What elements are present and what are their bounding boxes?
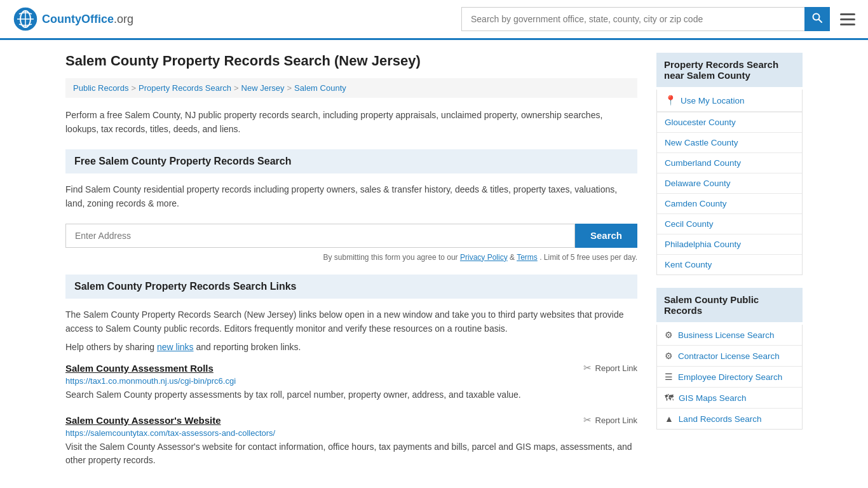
free-search-description: Find Salem County residential property r… xyxy=(65,182,637,211)
address-input[interactable] xyxy=(65,224,575,248)
location-dot-icon: 📍 xyxy=(665,95,677,106)
link-url-0[interactable]: https://tax1.co.monmouth.nj.us/cgi-bin/p… xyxy=(65,376,637,386)
link-desc-0: Search Salem County property assessments… xyxy=(65,388,637,402)
links-section-heading: Salem County Property Records Search Lin… xyxy=(65,274,637,299)
header-search-input[interactable] xyxy=(461,7,804,31)
header-search-button[interactable] xyxy=(804,7,830,31)
link-item-1: Salem County Assessor's Website ✂ Report… xyxy=(65,414,637,467)
site-header: CountyOffice.org xyxy=(0,0,868,40)
link-desc-1: Visit the Salem County Assessor's websit… xyxy=(65,440,637,467)
map-icon: 🗺 xyxy=(665,393,674,403)
breadcrumb: Public Records > Property Records Search… xyxy=(65,78,637,98)
page-description: Perform a free Salem County, NJ public p… xyxy=(65,108,637,137)
report-link-1[interactable]: ✂ Report Link xyxy=(583,414,637,426)
link-title-0[interactable]: Salem County Assessment Rolls xyxy=(65,363,214,374)
report-link-0[interactable]: ✂ Report Link xyxy=(583,362,637,374)
new-links-link[interactable]: new links xyxy=(157,342,194,352)
logo[interactable]: CountyOffice.org xyxy=(13,6,133,32)
breadcrumb-new-jersey[interactable]: New Jersey xyxy=(241,83,285,93)
sidebar-item-cumberland[interactable]: Cumberland County xyxy=(657,153,802,173)
breadcrumb-public-records[interactable]: Public Records xyxy=(73,83,128,93)
sidebar-item-delaware[interactable]: Delaware County xyxy=(657,173,802,194)
report-icon-1: ✂ xyxy=(583,414,592,426)
privacy-policy-link[interactable]: Privacy Policy xyxy=(460,253,508,262)
terms-link[interactable]: Terms xyxy=(517,253,538,262)
sidebar-nearby-section: Property Records Search near Salem Count… xyxy=(656,53,803,275)
sidebar-contractor-license[interactable]: ⚙ Contractor License Search xyxy=(657,346,802,367)
breadcrumb-salem-county[interactable]: Salem County xyxy=(294,83,346,93)
property-search-form: Search xyxy=(65,224,637,248)
sidebar-item-camden[interactable]: Camden County xyxy=(657,194,802,214)
link-item-0: Salem County Assessment Rolls ✂ Report L… xyxy=(65,362,637,402)
sidebar-item-gloucester[interactable]: Gloucester County xyxy=(657,112,802,133)
sidebar-land-records[interactable]: ▲ Land Records Search xyxy=(657,409,802,429)
gear-icon-1: ⚙ xyxy=(665,351,673,361)
breadcrumb-property-records-search[interactable]: Property Records Search xyxy=(139,83,231,93)
main-content: Salem County Property Records Search (Ne… xyxy=(65,53,637,480)
logo-icon xyxy=(13,6,38,32)
search-button[interactable]: Search xyxy=(575,224,637,248)
header-search-bar xyxy=(461,7,855,31)
link-title-1[interactable]: Salem County Assessor's Website xyxy=(65,415,221,426)
directory-icon: ☰ xyxy=(665,372,673,382)
svg-line-6 xyxy=(819,20,822,23)
sidebar-item-cecil[interactable]: Cecil County xyxy=(657,214,802,234)
report-icon-0: ✂ xyxy=(583,362,592,374)
sidebar-item-kent[interactable]: Kent County xyxy=(657,255,802,274)
sidebar-item-new-castle[interactable]: New Castle County xyxy=(657,133,802,153)
sidebar: Property Records Search near Salem Count… xyxy=(656,53,803,480)
form-notice: By submitting this form you agree to our… xyxy=(65,253,637,262)
logo-text: CountyOffice.org xyxy=(42,13,133,26)
sidebar-public-records-heading: Salem County Public Records xyxy=(656,288,803,322)
land-icon: ▲ xyxy=(665,414,674,424)
sidebar-item-philadelphia[interactable]: Philadelphia County xyxy=(657,234,802,255)
sidebar-public-records-section: Salem County Public Records ⚙ Business L… xyxy=(656,288,803,430)
page-title: Salem County Property Records Search (Ne… xyxy=(65,53,637,69)
free-search-heading: Free Salem County Property Records Searc… xyxy=(65,149,637,173)
search-icon xyxy=(812,13,822,23)
sidebar-employee-directory[interactable]: ☰ Employee Directory Search xyxy=(657,367,802,388)
sidebar-nearby-list: 📍 Use My Location Gloucester County New … xyxy=(656,90,803,275)
sidebar-gis-maps[interactable]: 🗺 GIS Maps Search xyxy=(657,388,802,409)
sidebar-business-license[interactable]: ⚙ Business License Search xyxy=(657,325,802,346)
gear-icon-0: ⚙ xyxy=(665,330,673,340)
share-text: Help others by sharing new links and rep… xyxy=(65,342,637,352)
sidebar-records-list: ⚙ Business License Search ⚙ Contractor L… xyxy=(656,325,803,430)
sidebar-nearby-heading: Property Records Search near Salem Count… xyxy=(656,53,803,87)
sidebar-use-my-location[interactable]: 📍 Use My Location xyxy=(657,90,802,112)
link-url-1[interactable]: https://salemcountytax.com/tax-assessors… xyxy=(65,428,637,438)
page-container: Salem County Property Records Search (Ne… xyxy=(53,40,815,488)
hamburger-menu[interactable] xyxy=(840,13,855,25)
links-description: The Salem County Property Records Search… xyxy=(65,308,637,336)
